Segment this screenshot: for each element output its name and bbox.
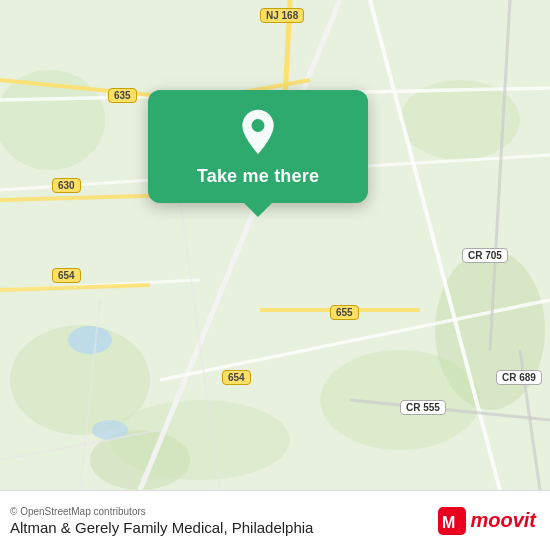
location-info: © OpenStreetMap contributors Altman & Ge…	[10, 506, 313, 536]
take-me-there-label: Take me there	[197, 166, 319, 187]
road-badge-cr705: CR 705	[462, 248, 508, 263]
location-pin-icon	[234, 108, 282, 156]
road-badge-nj168: NJ 168	[260, 8, 304, 23]
road-badge-r655: 655	[330, 305, 359, 320]
moovit-brand-icon: M	[438, 507, 466, 535]
road-badge-r654b: 654	[222, 370, 251, 385]
road-badge-cr689: CR 689	[496, 370, 542, 385]
road-badge-r654a: 654	[52, 268, 81, 283]
svg-point-30	[252, 119, 265, 132]
location-name: Altman & Gerely Family Medical, Philadel…	[10, 519, 313, 536]
bottom-bar: © OpenStreetMap contributors Altman & Ge…	[0, 490, 550, 550]
svg-point-8	[68, 326, 112, 354]
take-me-there-button[interactable]: Take me there	[148, 90, 368, 203]
road-badge-r635: 635	[108, 88, 137, 103]
map-container: Take me there NJ 168635630654655654CR 70…	[0, 0, 550, 490]
map-background	[0, 0, 550, 490]
road-badge-r630: 630	[52, 178, 81, 193]
svg-text:M: M	[442, 514, 455, 531]
road-badge-cr555: CR 555	[400, 400, 446, 415]
moovit-logo[interactable]: M moovit	[438, 507, 536, 535]
osm-attribution: © OpenStreetMap contributors	[10, 506, 313, 517]
moovit-text: moovit	[470, 509, 536, 532]
